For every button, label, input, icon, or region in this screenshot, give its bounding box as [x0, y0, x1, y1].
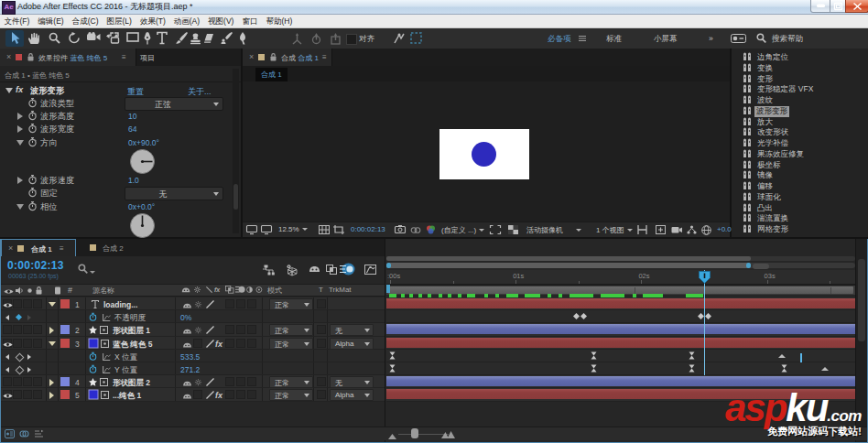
ec-scroll-thumb[interactable] — [233, 184, 238, 210]
workspace-tab-active[interactable]: 必备项 — [548, 34, 571, 45]
switch-cell[interactable] — [247, 299, 256, 308]
effect-list-item[interactable]: 变换 — [732, 62, 868, 73]
workspace-overflow[interactable]: » — [709, 34, 713, 43]
zoom-tool-button[interactable] — [45, 30, 63, 47]
effect-list-item[interactable]: 偏移 — [732, 180, 868, 191]
switch-cell[interactable] — [225, 299, 234, 308]
ruler-goal-icon[interactable] — [637, 225, 647, 236]
menu-item-7[interactable]: 视图(V) — [204, 15, 238, 27]
column-source-name[interactable]: 源名称 — [92, 286, 114, 296]
plus-box-icon[interactable] — [656, 225, 666, 236]
view-axis-icon[interactable] — [330, 33, 342, 47]
navigator-left-handle[interactable] — [386, 263, 391, 268]
layer-color-swatch[interactable] — [60, 377, 70, 386]
close-tab-icon[interactable]: × — [6, 53, 11, 61]
stopwatch-icon[interactable] — [28, 188, 37, 200]
trkmat-dropdown[interactable]: 无 — [330, 376, 374, 388]
close-tab-icon[interactable]: × — [249, 53, 254, 61]
expand-arrow-icon[interactable] — [17, 125, 23, 133]
layer-duration-bar[interactable] — [386, 298, 855, 308]
expand-arrow-icon[interactable] — [17, 177, 23, 184]
layer-duration-bar[interactable] — [386, 324, 855, 334]
type-tool-button[interactable] — [153, 30, 171, 47]
mode-dropdown[interactable]: 正常 — [269, 376, 313, 388]
graph-icon[interactable] — [103, 366, 111, 375]
t-cell[interactable] — [317, 325, 326, 334]
network-icon[interactable] — [687, 225, 697, 236]
quality-icon[interactable] — [206, 340, 214, 350]
layer-color-swatch[interactable] — [60, 339, 70, 348]
angle-dial[interactable] — [130, 149, 155, 174]
tab-effect-controls[interactable]: ×效果控件 蓝色 纯色 5≡ — [0, 49, 136, 66]
layer-color-swatch[interactable] — [60, 325, 70, 334]
effect-list-item[interactable]: 放大 — [732, 116, 868, 127]
av-cell[interactable] — [23, 390, 32, 399]
hscroll-thumb[interactable] — [386, 256, 751, 261]
keyframe-icon[interactable] — [689, 364, 695, 373]
param-value[interactable]: 0x+90.0° — [128, 138, 159, 147]
kf-prev-icon[interactable] — [5, 367, 9, 373]
search-arrow-icon[interactable] — [90, 271, 95, 274]
effect-list-item[interactable]: 变形稳定器 VFX — [732, 83, 868, 94]
show-snapshot-icon[interactable] — [410, 226, 421, 236]
close-button[interactable] — [845, 0, 868, 13]
switch-cell[interactable] — [225, 377, 234, 386]
layer-name[interactable]: loading... — [103, 300, 137, 309]
graph-editor-icon[interactable] — [364, 265, 376, 276]
layer-name[interactable]: 形状图层 2 — [113, 378, 150, 389]
property-row[interactable]: 不透明度0% — [1, 310, 385, 323]
av-cell[interactable] — [33, 299, 42, 308]
switch-cell[interactable] — [236, 377, 245, 386]
speaker-icon[interactable] — [16, 286, 24, 297]
sun-icon[interactable] — [195, 301, 201, 309]
layer-duration-bar[interactable] — [386, 338, 855, 348]
shy-icon[interactable] — [309, 265, 320, 275]
keyframe-icon[interactable] — [389, 351, 396, 360]
property-row[interactable]: Y 位置271.2 — [1, 362, 385, 375]
eye-icon[interactable] — [4, 287, 14, 297]
stopwatch-icon[interactable] — [28, 124, 37, 135]
av-cell[interactable] — [13, 377, 22, 386]
monitor-icon[interactable] — [246, 225, 257, 236]
layer-row[interactable]: 2形状图层 1正常无 — [1, 323, 385, 336]
stopwatch-icon[interactable] — [28, 201, 37, 213]
stopwatch-icon[interactable] — [89, 351, 96, 362]
menu-item-4[interactable]: 图层(L) — [103, 15, 136, 27]
globe-icon[interactable] — [701, 225, 711, 237]
comp-chip[interactable]: 合成 1 — [255, 68, 288, 81]
kf-next-icon[interactable] — [27, 367, 31, 373]
keyframe-icon[interactable] — [705, 313, 711, 321]
menu-item-8[interactable]: 窗口 — [238, 15, 262, 27]
graph-icon[interactable] — [103, 314, 111, 323]
menu-item-6[interactable]: 动画(A) — [169, 15, 203, 27]
tab-comp2[interactable]: 合成 2 — [81, 239, 147, 256]
views-select[interactable]: 1 个视图 — [596, 225, 633, 235]
switch-cell[interactable] — [247, 325, 256, 334]
layer-name[interactable]: ...纯色 1 — [113, 391, 141, 402]
column-trkmat[interactable]: TrkMat — [329, 286, 352, 294]
switch-cell[interactable] — [236, 299, 245, 308]
av-cell[interactable] — [13, 299, 22, 308]
layer-name[interactable]: 形状图层 1 — [113, 326, 150, 337]
colorspace-select[interactable]: (自定义 ...) — [441, 225, 484, 235]
param-value[interactable]: 0x+0.0° — [128, 202, 155, 211]
zoom-slider-handle[interactable] — [411, 428, 418, 438]
av-cell[interactable] — [23, 377, 32, 386]
effect-list-item[interactable]: 变形 — [732, 73, 868, 84]
switch-cell[interactable] — [247, 339, 256, 348]
av-cell[interactable] — [33, 377, 42, 386]
crop-icon[interactable] — [333, 225, 344, 236]
quality-icon[interactable] — [206, 326, 214, 336]
timecode-cam-icon[interactable] — [671, 225, 682, 236]
effect-list-item[interactable]: 网格变形 — [732, 223, 868, 234]
keyframe-icon[interactable] — [573, 313, 580, 321]
eye-cell[interactable] — [3, 377, 12, 386]
layer-color-swatch[interactable] — [60, 299, 70, 308]
menu-item-5[interactable]: 效果(T) — [136, 15, 169, 27]
param-value[interactable]: 10 — [128, 112, 136, 121]
timeline-hscrollbar[interactable] — [386, 256, 855, 261]
menu-item-1[interactable]: 文件(F) — [0, 15, 34, 27]
layer-toggle-icon[interactable] — [5, 429, 15, 440]
effect-list-item[interactable]: 改变形状 — [732, 126, 868, 137]
t-cell[interactable] — [317, 339, 326, 348]
